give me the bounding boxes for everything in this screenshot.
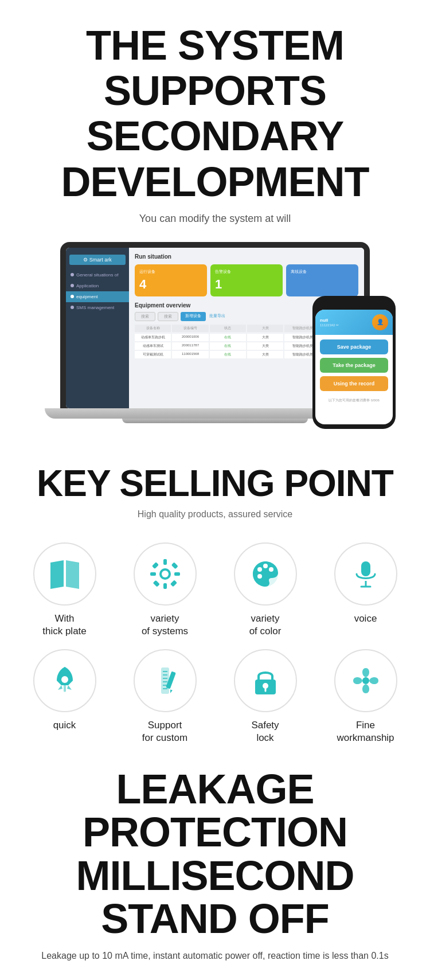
svg-rect-5 <box>163 583 167 589</box>
ui-cards: 运行设备 4 告警设备 1 离线设备 <box>135 264 358 296</box>
safety-label: Safetylock <box>251 719 279 744</box>
phone-header: null 11122342 ✏ 👤 <box>315 310 393 335</box>
icon-color: varietyof color <box>218 542 312 638</box>
run-title: Run situation <box>135 253 358 260</box>
systems-label: varietyof systems <box>142 612 188 638</box>
phone-notch <box>340 300 369 307</box>
svg-point-16 <box>257 574 262 579</box>
quick-label: quick <box>53 719 76 732</box>
systems-circle <box>134 542 197 606</box>
phone-btn-take: Take the package <box>320 358 388 373</box>
main-title: THE SYSTEM SUPPORTS SECONDARY DEVELOPMEN… <box>34 23 396 205</box>
sidebar-item-app: Application <box>66 280 129 291</box>
svg-rect-11 <box>170 580 177 587</box>
icon-thick-plate: Withthick plate <box>17 542 112 638</box>
thick-plate-label: Withthick plate <box>42 612 87 638</box>
sidebar-logo: ⚙ Smart ark <box>69 255 126 265</box>
phone-footer-text: 以下为您可用的套餐消费券 0/006 <box>315 396 393 405</box>
leakage-title: LEAKAGE PROTECTIONMILLISECONDSTAND OFF <box>17 768 413 941</box>
voice-circle <box>334 542 397 606</box>
icon-systems: varietyof systems <box>118 542 212 638</box>
header-subtitle: You can modify the system at will <box>34 213 396 225</box>
phone-btn-record: Using the record <box>320 376 388 391</box>
phone-username: null <box>320 318 339 323</box>
icon-custom: Supportfor custom <box>118 649 212 744</box>
icon-quick: quick <box>17 649 112 744</box>
svg-point-13 <box>257 567 262 572</box>
icons-grid: Withthick plate varietyof sys <box>0 525 430 750</box>
selling-subtitle: High quality products, assured service <box>17 509 413 520</box>
ui-sidebar: ⚙ Smart ark General situations of Applic… <box>66 248 129 408</box>
phone-avatar: 👤 <box>372 314 388 330</box>
svg-point-3 <box>162 571 169 577</box>
card-offline: 离线设备 <box>286 264 358 296</box>
icon-workmanship: Fineworkmanship <box>318 649 413 744</box>
icon-voice: voice <box>318 542 413 638</box>
device-section: ⚙ Smart ark General situations of Applic… <box>0 236 430 440</box>
svg-rect-17 <box>361 561 370 576</box>
phone-mockup: null 11122342 ✏ 👤 Save package Take the … <box>312 296 396 429</box>
safety-circle <box>234 649 297 712</box>
header-section: THE SYSTEM SUPPORTS SECONDARY DEVELOPMEN… <box>0 0 430 236</box>
voice-label: voice <box>354 612 377 625</box>
card-running: 运行设备 4 <box>135 264 207 296</box>
svg-point-32 <box>362 677 369 684</box>
color-circle <box>234 542 297 606</box>
svg-rect-7 <box>174 572 180 576</box>
svg-rect-9 <box>171 563 178 569</box>
workmanship-label: Fineworkmanship <box>337 719 394 744</box>
svg-point-15 <box>269 567 273 572</box>
workmanship-circle <box>334 649 397 712</box>
svg-rect-6 <box>150 572 156 576</box>
svg-rect-4 <box>163 559 167 565</box>
color-label: varietyof color <box>249 612 282 638</box>
svg-rect-10 <box>153 580 159 587</box>
selling-section: KEY SELLING POINT High quality products,… <box>0 440 430 525</box>
selling-title: KEY SELLING POINT <box>17 463 413 503</box>
custom-circle <box>134 649 197 712</box>
sidebar-item-equipment: equipment <box>66 291 129 302</box>
thick-plate-circle <box>33 542 96 606</box>
sidebar-item-sms: SMS management <box>66 302 129 313</box>
phone-btn-save: Save package <box>320 339 388 354</box>
icon-safety: Safetylock <box>218 649 312 744</box>
svg-rect-8 <box>151 562 158 569</box>
custom-label: Supportfor custom <box>142 719 187 744</box>
phone-userid: 11122342 ✏ <box>320 323 339 327</box>
sidebar-item-general: General situations of <box>66 270 129 280</box>
svg-point-20 <box>61 676 68 683</box>
leakage-description: Leakage up to 10 mA time, instant automa… <box>17 949 413 963</box>
leakage-section: LEAKAGE PROTECTIONMILLISECONDSTAND OFF L… <box>0 751 430 974</box>
phone-buttons: Save package Take the package Using the … <box>315 335 393 396</box>
phone-screen: null 11122342 ✏ 👤 Save package Take the … <box>315 310 393 424</box>
card-alert: 告警设备 1 <box>210 264 283 296</box>
quick-circle <box>33 649 96 712</box>
svg-point-14 <box>263 564 268 568</box>
